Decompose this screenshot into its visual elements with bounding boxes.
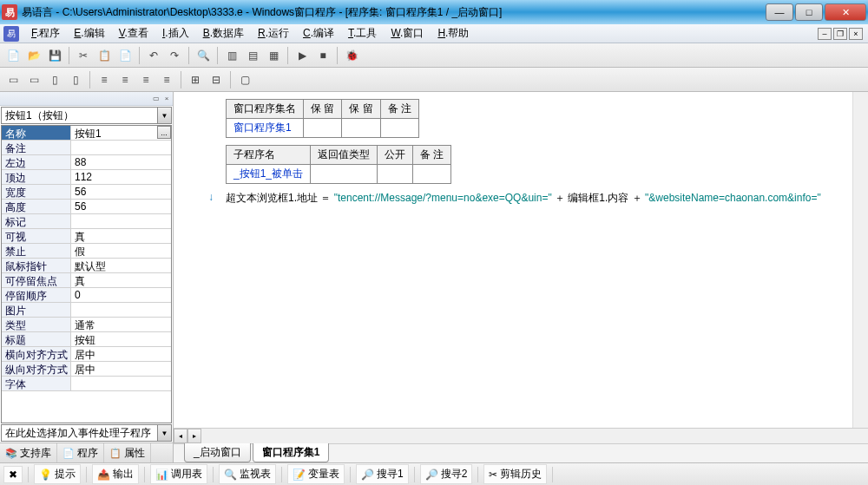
menu-item[interactable]: H.帮助 xyxy=(431,25,476,41)
property-row[interactable]: 字体 xyxy=(2,377,171,391)
property-value[interactable] xyxy=(71,141,171,154)
property-value[interactable]: 按钮1... xyxy=(71,126,171,140)
property-row[interactable]: 标记 xyxy=(2,214,171,229)
property-value[interactable] xyxy=(71,377,171,390)
property-value[interactable]: 56 xyxy=(71,200,171,213)
property-value[interactable]: 居中 xyxy=(71,347,171,361)
t2-2[interactable]: ▭ xyxy=(24,70,43,89)
layout3-button[interactable]: ▦ xyxy=(264,46,283,65)
stop-button[interactable]: ■ xyxy=(313,46,332,65)
property-row[interactable]: 顶边112 xyxy=(2,170,171,185)
layout2-button[interactable]: ▤ xyxy=(243,46,262,65)
code-line[interactable]: ↓ 超文本浏览框1.地址 ＝ "tencent://Message/?menu=… xyxy=(226,191,849,206)
t2-10[interactable]: ⊟ xyxy=(207,70,226,89)
property-row[interactable]: 纵向对齐方式居中 xyxy=(2,362,171,377)
pane-close-icon[interactable]: × xyxy=(162,95,171,103)
property-value[interactable]: 假 xyxy=(71,244,171,258)
property-row[interactable]: 高度56 xyxy=(2,200,171,214)
property-value[interactable]: 真 xyxy=(71,273,171,287)
t2-4[interactable]: ▯ xyxy=(66,70,85,89)
editor-tab[interactable]: _启动窗口 xyxy=(184,443,251,462)
chevron-down-icon[interactable]: ▼ xyxy=(157,425,171,441)
menu-item[interactable]: V.查看 xyxy=(112,25,155,41)
mdi-minimize[interactable]: – xyxy=(818,28,832,40)
property-value[interactable]: 112 xyxy=(71,170,171,184)
cut-button[interactable]: ✂ xyxy=(74,46,93,65)
status-item[interactable]: 💡提示 xyxy=(34,464,81,484)
maximize-button[interactable]: □ xyxy=(795,3,823,21)
property-row[interactable]: 横向对齐方式居中 xyxy=(2,347,171,362)
mdi-close[interactable]: × xyxy=(849,28,863,40)
property-grid[interactable]: 名称按钮1...备注左边88顶边112宽度56高度56标记可视真禁止假鼠标指针默… xyxy=(1,125,172,423)
menu-item[interactable]: E.编辑 xyxy=(67,25,111,41)
property-row[interactable]: 可停留焦点真 xyxy=(2,273,171,288)
copy-button[interactable]: 📋 xyxy=(95,46,114,65)
paste-button[interactable]: 📄 xyxy=(115,46,135,65)
property-value[interactable]: 默认型 xyxy=(71,259,171,272)
ellipsis-button[interactable]: ... xyxy=(157,126,171,139)
property-value[interactable]: 56 xyxy=(71,185,171,199)
property-value[interactable]: 按钮 xyxy=(71,332,171,346)
menu-item[interactable]: W.窗口 xyxy=(384,25,431,41)
status-item[interactable]: 🔎搜寻1 xyxy=(356,464,409,484)
table-cell[interactable]: 窗口程序集1 xyxy=(227,119,304,138)
menu-item[interactable]: I.插入 xyxy=(155,25,196,41)
status-item[interactable]: 🔎搜寻2 xyxy=(420,464,473,484)
property-row[interactable]: 禁止假 xyxy=(2,244,171,259)
left-tab[interactable]: 📄程序 xyxy=(57,443,104,462)
property-row[interactable]: 图片 xyxy=(2,303,171,318)
property-value[interactable]: 88 xyxy=(71,155,171,169)
menu-item[interactable]: C.编译 xyxy=(296,25,341,41)
table-cell[interactable] xyxy=(380,119,418,138)
table-cell[interactable] xyxy=(342,119,380,138)
property-row[interactable]: 可视真 xyxy=(2,229,171,244)
property-row[interactable]: 停留顺序0 xyxy=(2,288,171,303)
t2-3[interactable]: ▯ xyxy=(45,70,64,89)
scroll-right-button[interactable]: ▸ xyxy=(187,429,201,443)
t2-6[interactable]: ≡ xyxy=(115,70,135,89)
undo-button[interactable]: ↶ xyxy=(144,46,163,65)
property-value[interactable] xyxy=(71,303,171,317)
chevron-down-icon[interactable]: ▼ xyxy=(157,108,171,123)
table-cell[interactable] xyxy=(304,119,342,138)
find-button[interactable]: 🔍 xyxy=(194,46,213,65)
status-item[interactable]: 📝变量表 xyxy=(287,464,345,484)
status-item[interactable]: 📊调用表 xyxy=(150,464,207,484)
property-row[interactable]: 类型通常 xyxy=(2,318,171,332)
property-row[interactable]: 鼠标指针默认型 xyxy=(2,259,171,273)
save-button[interactable]: 💾 xyxy=(45,46,64,65)
layout1-button[interactable]: ▥ xyxy=(222,46,241,65)
menu-item[interactable]: F.程序 xyxy=(24,25,67,41)
table-cell[interactable]: _按钮1_被单击 xyxy=(227,165,311,184)
debug-button[interactable]: 🐞 xyxy=(342,46,361,65)
menu-item[interactable]: B.数据库 xyxy=(196,25,251,41)
t2-11[interactable]: ▢ xyxy=(235,70,254,89)
status-item[interactable]: 📤输出 xyxy=(92,464,139,484)
mdi-restore[interactable]: ❐ xyxy=(833,28,847,40)
object-selector[interactable]: ▼ xyxy=(1,107,172,124)
property-value[interactable]: 通常 xyxy=(71,318,171,331)
object-selector-value[interactable] xyxy=(2,108,157,123)
status-item[interactable]: ✂剪辑历史 xyxy=(483,464,547,484)
status-item[interactable]: ✖ xyxy=(3,466,23,483)
t2-1[interactable]: ▭ xyxy=(3,70,23,89)
scroll-left-button[interactable]: ◂ xyxy=(174,429,187,443)
property-row[interactable]: 名称按钮1... xyxy=(2,126,171,141)
menu-item[interactable]: R.运行 xyxy=(251,25,296,41)
property-value[interactable] xyxy=(71,214,171,228)
event-selector-input[interactable] xyxy=(2,425,157,441)
new-button[interactable]: 📄 xyxy=(3,46,23,65)
t2-9[interactable]: ⊞ xyxy=(186,70,205,89)
t2-7[interactable]: ≡ xyxy=(136,70,155,89)
left-tab[interactable]: 📋属性 xyxy=(104,443,151,462)
event-selector[interactable]: ▼ xyxy=(1,424,172,442)
left-tab[interactable]: 📚支持库 xyxy=(0,443,57,462)
t2-8[interactable]: ≡ xyxy=(157,70,176,89)
pane-pin-icon[interactable]: ▭ xyxy=(152,95,161,103)
property-row[interactable]: 标题按钮 xyxy=(2,332,171,347)
editor-tab[interactable]: 窗口程序集1 xyxy=(253,443,330,462)
code-editor[interactable]: 窗口程序集名保 留保 留备 注窗口程序集1 子程序名返回值类型公开备 注_按钮1… xyxy=(191,92,852,428)
open-button[interactable]: 📂 xyxy=(24,46,43,65)
table-cell[interactable] xyxy=(413,165,451,184)
minimize-button[interactable]: — xyxy=(766,3,793,21)
